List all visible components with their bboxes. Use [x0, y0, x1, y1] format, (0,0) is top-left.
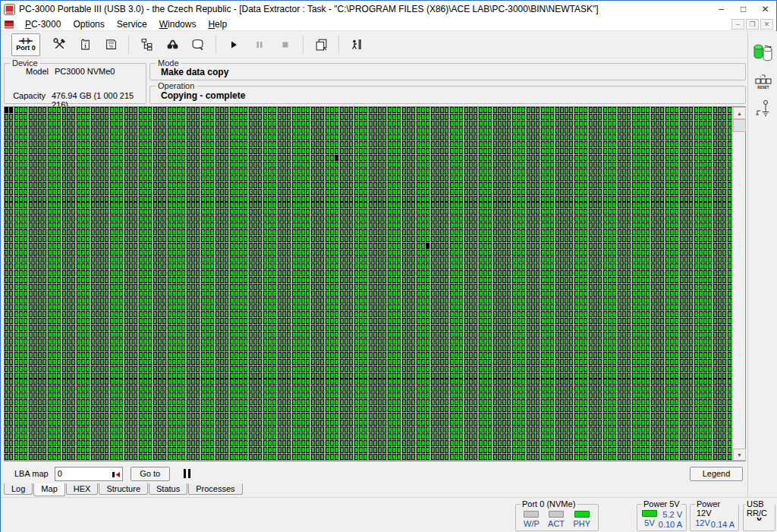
device-group: Device Model PC3000 NVMe0 Capacity 476.9…	[4, 63, 146, 104]
app-icon	[4, 4, 15, 15]
disk-open-icon	[191, 38, 205, 51]
exit-icon	[351, 38, 363, 51]
play-icon	[228, 39, 239, 50]
copy-map-button[interactable]	[310, 34, 332, 55]
operation-value: Copying - complete	[150, 87, 745, 101]
script-info-icon: i	[79, 38, 92, 51]
menu-options[interactable]: Options	[67, 18, 110, 30]
lba-map-label: LBA map	[14, 469, 49, 478]
power-5v-title: Power 5V	[642, 499, 681, 508]
mdi-close-icon[interactable]: ✕	[760, 19, 773, 30]
stop-icon	[280, 39, 291, 50]
tab-log[interactable]: Log	[4, 483, 33, 495]
mdi-restore-icon[interactable]: ❐	[746, 19, 759, 30]
mdi-minimize-icon[interactable]: –	[731, 19, 744, 30]
usb-rrc-title: USB RR/C	[745, 499, 775, 518]
mdi-window-controls: – ❐ ✕	[731, 19, 776, 30]
port-0-label: Port 0	[16, 45, 36, 52]
svg-text:RESET: RESET	[757, 86, 769, 90]
mode-group-label: Mode	[156, 58, 181, 68]
data-view-button[interactable]	[187, 34, 209, 55]
start-button[interactable]	[223, 34, 244, 55]
resources-button[interactable]: 000 %	[100, 34, 121, 55]
svg-text:↓: ↓	[760, 74, 762, 78]
tools-icon	[53, 38, 66, 51]
power-12v-current: 0.14 A	[710, 520, 735, 530]
reset-icon: ↓ RESET	[754, 74, 772, 90]
copy-pages-icon	[314, 38, 328, 52]
menu-help[interactable]: Help	[202, 18, 233, 30]
port-status-group: Port 0 (NVMe) W/PACTPHY	[515, 504, 599, 531]
power-12v-group: Power 12V 12V 12.3 V 0.14 A	[690, 504, 739, 531]
toolbar-separator	[303, 36, 304, 54]
exit-button[interactable]	[346, 34, 367, 55]
scroll-up-icon[interactable]: ▲	[733, 107, 746, 119]
data-copy-icon	[753, 43, 774, 65]
goto-button[interactable]: Go to	[131, 467, 170, 481]
power-5v-current: 0.10 A	[659, 520, 682, 530]
lba-input-wrap	[55, 467, 123, 481]
power-5v-led-label: 5V	[644, 518, 654, 527]
led-phy: PHY	[573, 511, 590, 528]
mode-group: Mode Make data copy	[149, 63, 746, 80]
led-act: ACT	[548, 511, 565, 528]
tab-map[interactable]: Map	[33, 483, 64, 496]
tab-processes[interactable]: Processes	[188, 483, 242, 495]
minimize-icon[interactable]: –	[710, 1, 732, 17]
resources-icon: 000 %	[105, 38, 118, 51]
tab-structure[interactable]: Structure	[99, 483, 148, 495]
power-probe-icon	[754, 99, 772, 119]
scroll-down-icon[interactable]: ▼	[733, 449, 746, 461]
stop-button[interactable]	[275, 34, 296, 55]
tab-hex[interactable]: HEX	[66, 483, 99, 495]
operation-group: Operation Copying - complete	[149, 86, 746, 104]
menu-service[interactable]: Service	[111, 18, 153, 30]
map-scrollbar[interactable]: ▲ ▼	[732, 107, 745, 461]
lba-map-grid[interactable]	[5, 107, 732, 461]
make-data-copy-button[interactable]	[753, 43, 774, 65]
mode-value: Make data copy	[150, 64, 745, 77]
lba-input[interactable]	[55, 468, 109, 480]
close-icon[interactable]: ✕	[754, 1, 776, 17]
usb-rrc-group: USB RR/C 0	[743, 504, 775, 531]
task-document-icon	[4, 20, 14, 29]
window-title: PC-3000 Portable III (USB 3.0) - the Cze…	[19, 4, 599, 14]
maximize-icon[interactable]: □	[732, 1, 754, 17]
model-label: Model	[5, 67, 49, 76]
toolbar: Port 0 i 000 %	[1, 31, 747, 58]
pause-button[interactable]	[249, 34, 270, 55]
binoculars-icon	[166, 38, 179, 51]
tab-status[interactable]: Status	[149, 483, 187, 495]
tree-icon	[140, 38, 153, 51]
utilities-button[interactable]	[49, 34, 70, 55]
scrollbar-thumb[interactable]	[733, 119, 746, 132]
menu-windows[interactable]: Windows	[153, 18, 203, 30]
reset-button[interactable]: ↓ RESET	[754, 74, 772, 90]
power-12v-led-label: 12V	[695, 518, 710, 527]
bottom-tabs: LogMapHEXStructureStatusProcesses	[4, 483, 244, 497]
menu-pc-3000[interactable]: PC-3000	[19, 18, 67, 30]
legend-button[interactable]: Legend	[690, 467, 743, 481]
lba-map-panel: ▲ ▼	[4, 106, 746, 461]
toolbar-separator	[215, 36, 216, 54]
power-5v-group: Power 5V 5V 5.2 V 0.10 A	[637, 504, 687, 531]
lba-history-icon[interactable]	[112, 471, 121, 478]
operation-group-label: Operation	[156, 81, 197, 90]
toolbar-separator	[128, 36, 129, 54]
power-5v-led	[642, 510, 657, 517]
port-0-button[interactable]: Port 0	[11, 33, 40, 56]
log-info-button[interactable]: i	[74, 34, 96, 55]
map-pause-indicator	[184, 469, 190, 478]
search-button[interactable]	[162, 34, 183, 55]
task-structure-button[interactable]	[136, 34, 157, 55]
pause-icon	[254, 39, 265, 50]
led-w-p: W/P	[524, 511, 539, 528]
menu-items: PC-3000OptionsServiceWindowsHelp	[19, 18, 233, 30]
power-probe-button[interactable]	[754, 99, 772, 119]
toolbar-separator	[338, 36, 339, 54]
power-5v-voltage: 5.2 V	[659, 510, 682, 520]
lba-controls: LBA map Go to Legend	[1, 464, 747, 483]
model-value: PC3000 NVMe0	[55, 67, 115, 76]
menu-bar: PC-3000OptionsServiceWindowsHelp – ❐ ✕	[1, 17, 776, 31]
app-window: PC-3000 Portable III (USB 3.0) - the Cze…	[0, 0, 777, 532]
